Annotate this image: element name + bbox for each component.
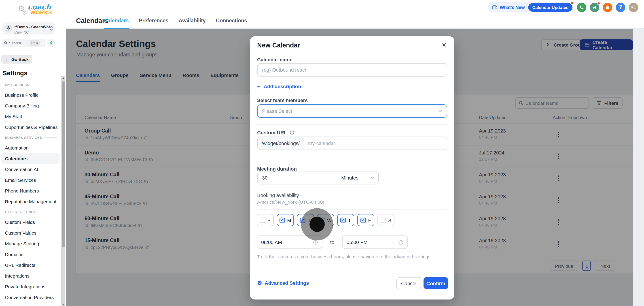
- day-checkbox-sunday[interactable]: S: [257, 214, 274, 226]
- divider: [257, 209, 447, 209]
- content-scrollbar-gutter[interactable]: [633, 29, 644, 306]
- chevron-down-icon: [370, 176, 374, 179]
- close-icon[interactable]: ✕: [440, 42, 448, 49]
- question-icon: ?: [619, 4, 622, 10]
- tab-availability[interactable]: Availability: [179, 18, 206, 29]
- sidebar-item-private-integrations[interactable]: Private Integrations: [0, 281, 61, 292]
- duration-unit-select[interactable]: Minutes: [337, 171, 378, 184]
- sidebar-item-conversation-providers[interactable]: Conversation Providers: [0, 292, 61, 303]
- sidebar-scrollbar[interactable]: ▲ ▼: [61, 76, 65, 306]
- settings-nav: MY BUSINESS Business Profile Company Bil…: [0, 80, 61, 303]
- go-back-button[interactable]: ← Go Back: [1, 55, 32, 64]
- sidebar-item-automation[interactable]: Automation: [0, 142, 61, 153]
- team-members-label: Select team members: [257, 98, 308, 103]
- sidebar-search-input[interactable]: [9, 41, 30, 45]
- announcement-calendar-icon: [492, 4, 498, 10]
- location-pin-icon: [4, 25, 12, 32]
- tab-calendars[interactable]: Calendars: [104, 18, 128, 29]
- gear-icon: ⚙: [257, 280, 262, 286]
- user-avatar[interactable]: KC: [629, 3, 638, 12]
- sidebar-item-reputation-management[interactable]: Reputation Management: [0, 196, 61, 207]
- phone-button[interactable]: [577, 3, 586, 12]
- scrollbar-thumb[interactable]: [62, 82, 65, 247]
- cursor-click-indicator: [301, 208, 333, 240]
- booking-availability-label: Booking availability: [257, 192, 299, 198]
- custom-url-group: /widget/bookings/: [257, 137, 447, 150]
- tab-preferences[interactable]: Preferences: [139, 18, 168, 29]
- custom-url-label: Custom URL: [257, 130, 294, 135]
- sidebar-item-phone-numbers[interactable]: Phone Numbers: [0, 185, 61, 196]
- sidebar-item-calendars[interactable]: Calendars: [1, 153, 60, 164]
- day-checkbox-thursday[interactable]: ✓ T: [337, 214, 354, 226]
- whats-new-label: What's New: [500, 5, 524, 10]
- confirm-button[interactable]: Confirm: [424, 277, 448, 289]
- announcements-button[interactable]: [590, 3, 599, 12]
- nav-section-label: OTHER SETTINGS: [0, 207, 61, 217]
- end-time-input[interactable]: 05:00 PM: [342, 235, 408, 249]
- app-root: ⚙ ⚙ coach WORKS **Demo - CoachWor... Car…: [0, 0, 644, 306]
- help-button[interactable]: ?: [616, 3, 625, 12]
- sidebar-item-company-billing[interactable]: Company Billing: [0, 100, 61, 111]
- sidebar-item-manage-scoring[interactable]: Manage Scoring: [0, 238, 61, 249]
- tab-connections[interactable]: Connections: [216, 18, 247, 29]
- custom-url-input[interactable]: [304, 137, 447, 150]
- arrow-left-icon: ←: [5, 57, 9, 62]
- header-actions: What's New Calendar Updates: [488, 2, 638, 12]
- day-checkbox-friday[interactable]: ✓ F: [357, 214, 374, 226]
- sidebar-item-custom-values[interactable]: Custom Values: [0, 227, 61, 238]
- new-calendar-modal: New Calendar ✕ Calendar name + Add descr…: [250, 36, 454, 299]
- clock-icon: [398, 240, 404, 245]
- duration-value-input[interactable]: 30: [258, 171, 337, 184]
- advanced-settings-link[interactable]: ⚙ Advanced Settings: [257, 280, 309, 286]
- top-header: Calendars Calendars Preferences Availabi…: [66, 0, 644, 29]
- account-sort-chevrons-icon[interactable]: [50, 26, 53, 31]
- sidebar-item-domains[interactable]: Domains: [0, 249, 61, 260]
- sidebar-item-email-services[interactable]: Email Services: [0, 175, 61, 185]
- sidebar-item-my-staff[interactable]: My Staff: [0, 111, 61, 122]
- notifications-button[interactable]: [603, 3, 612, 12]
- checkbox-checked-icon: ✓: [361, 217, 366, 223]
- sidebar-item-opportunities-pipelines[interactable]: Opportunities & Pipelines: [0, 122, 61, 133]
- hours-helper-text: To further customize your business hours…: [257, 254, 432, 259]
- scroll-up-icon[interactable]: ▲: [61, 77, 65, 79]
- team-members-select[interactable]: Please Select: [257, 104, 447, 118]
- sidebar-search-row: ctrl K: [2, 39, 55, 47]
- scroll-down-icon[interactable]: ▼: [61, 303, 65, 306]
- account-switcher[interactable]: **Demo - CoachWor... Cary, NC: [2, 22, 55, 35]
- info-icon: [290, 130, 294, 135]
- gear-icon: ⚙: [22, 10, 27, 16]
- sidebar-item-custom-fields[interactable]: Custom Fields: [0, 217, 61, 227]
- notification-dot: [597, 2, 600, 5]
- clock-icon: [313, 240, 318, 245]
- calendar-name-label: Calendar name: [257, 57, 292, 62]
- hours-row: 08:00 AM to 05:00 PM: [257, 235, 408, 249]
- sidebar-item-conversation-ai[interactable]: Conversation AI: [0, 164, 61, 175]
- search-icon: [4, 41, 8, 45]
- whats-new-pill[interactable]: What's New Calendar Updates: [488, 2, 573, 12]
- plus-icon: +: [257, 83, 260, 90]
- cursor-dot: [310, 217, 325, 232]
- calendar-updates-button[interactable]: Calendar Updates: [528, 3, 572, 12]
- to-label: to: [322, 239, 342, 245]
- search-shortcut-badge: ctrl K: [30, 40, 40, 46]
- timezone-label: America/New_York (UTC-04:00): [257, 199, 324, 205]
- day-checkbox-saturday[interactable]: S: [378, 214, 394, 226]
- sidebar-search[interactable]: ctrl K: [2, 39, 46, 47]
- nav-section-label: MY BUSINESS: [0, 80, 61, 90]
- header-tabs: Calendars Preferences Availability Conne…: [104, 18, 247, 29]
- modal-footer: ⚙ Advanced Settings Cancel Confirm: [250, 277, 454, 290]
- lightning-icon: [49, 41, 53, 46]
- bell-icon: [605, 5, 610, 10]
- add-description-link[interactable]: + Add description: [257, 83, 301, 90]
- sidebar-item-business-profile[interactable]: Business Profile: [0, 90, 61, 100]
- calendar-name-input[interactable]: [257, 63, 447, 77]
- meeting-duration-label: Meeting duration: [257, 166, 297, 171]
- sidebar-item-integrations[interactable]: Integrations: [0, 270, 61, 281]
- account-location: Cary, NC: [14, 31, 50, 35]
- notification-dot: [571, 1, 574, 5]
- cancel-button[interactable]: Cancel: [396, 277, 421, 289]
- sidebar: ⚙ ⚙ coach WORKS **Demo - CoachWor... Car…: [0, 0, 66, 306]
- day-checkbox-monday[interactable]: ✓ M: [277, 214, 294, 226]
- sidebar-item-url-redirects[interactable]: URL Redirects: [0, 260, 61, 270]
- quick-actions-button[interactable]: [48, 39, 55, 47]
